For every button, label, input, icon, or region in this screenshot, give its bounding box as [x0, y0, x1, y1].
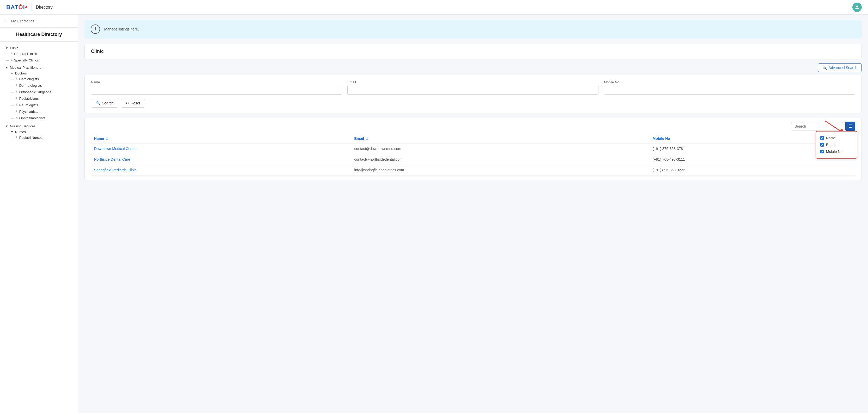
- tree-item-ophthalmologists[interactable]: └ Ophthalmologists: [14, 115, 76, 122]
- nursing-services-label: Nursing Services: [10, 124, 35, 128]
- cell-email-0: contact@downtownmed.com: [351, 143, 650, 154]
- email-field-group: Email: [347, 80, 598, 95]
- main-layout: ← My Directories Healthcare Directory ▼ …: [0, 14, 868, 413]
- tree-item-doctors[interactable]: ▼ Doctors └ Cardiologists: [9, 70, 76, 122]
- mobile-field-group: Mobile No: [604, 80, 855, 95]
- search-btn-icon: 🔍: [96, 101, 100, 105]
- medical-practitioners-label: Medical Practitioners: [10, 66, 41, 70]
- search-icon: 🔍: [823, 66, 827, 70]
- sort-name-icon: ⇵: [106, 137, 108, 141]
- tree-item-orthopedic-surgeons[interactable]: └ Orthopedic Surgeons: [14, 89, 76, 95]
- table-search-input[interactable]: [791, 122, 843, 131]
- mobile-input[interactable]: [604, 86, 855, 95]
- table-toolbar: ☰: [91, 122, 855, 131]
- tree-item-nursing-services[interactable]: ▼ Nursing Services ▼ Nurses: [4, 123, 76, 142]
- search-button[interactable]: 🔍 Search: [91, 99, 118, 108]
- my-directories-label: My Directories: [11, 19, 34, 23]
- section-title: Clinic: [91, 49, 855, 54]
- col-toggle-mobile[interactable]: Mobile No: [820, 148, 852, 155]
- cell-email-2: info@springfieldpediatrics.com: [351, 165, 650, 175]
- connector-icon: └: [16, 117, 18, 120]
- advanced-search-label: Advanced Search: [828, 66, 857, 70]
- expand-medical-icon: ▼: [5, 66, 8, 70]
- cell-name-0[interactable]: Downtown Medical Center: [91, 143, 351, 154]
- tree-item-psychiatrists[interactable]: └ Psychiatrists: [14, 108, 76, 115]
- reset-button[interactable]: ↻ Reset: [121, 99, 145, 108]
- column-toggle-button[interactable]: ☰: [845, 122, 855, 131]
- tree-item-pediatri-nurses[interactable]: └ Pediatri Nurses: [14, 134, 76, 141]
- specialty-clinics-label: Specialty Clinics: [14, 58, 39, 62]
- tree-item-neurologists[interactable]: └ Neurologists: [14, 102, 76, 108]
- column-toggle-dropdown: Name Email Mobile No: [816, 131, 857, 159]
- connector-icon: └: [10, 59, 12, 62]
- info-text: Manage listings here.: [104, 27, 139, 31]
- doctors-label: Doctors: [15, 71, 27, 75]
- section-title-card: Clinic: [85, 44, 862, 59]
- col-mobile-header-label: Mobile No: [653, 136, 670, 141]
- connector-icon: └: [16, 104, 18, 107]
- email-input[interactable]: [347, 86, 598, 95]
- connector-icon: └: [16, 84, 18, 87]
- col-toggle-email[interactable]: Email: [820, 141, 852, 148]
- reset-btn-label: Reset: [130, 101, 140, 105]
- col-header-name[interactable]: Name ⇵: [91, 134, 351, 143]
- col-mobile-label: Mobile No: [826, 149, 842, 153]
- adv-search-row: 🔍 Advanced Search: [85, 63, 862, 72]
- data-table: Name ⇵ Email ⇵ Mobile No Downtown M: [91, 134, 855, 175]
- advanced-search-button[interactable]: 🔍 Advanced Search: [818, 63, 862, 72]
- general-clinics-label: General Clinics: [14, 52, 37, 56]
- col-name-label: Name: [826, 136, 836, 140]
- col-header-email[interactable]: Email ⇵: [351, 134, 650, 143]
- expand-doctors-icon: ▼: [10, 72, 13, 75]
- cell-email-1: contact@northsidedental.com: [351, 154, 650, 165]
- search-btn-label: Search: [102, 101, 113, 105]
- connector-icon: └: [16, 91, 18, 94]
- tree-item-nurses[interactable]: ▼ Nurses └ Pediatri Nurses: [9, 129, 76, 142]
- search-form: Name Email Mobile No 🔍 Search: [85, 75, 862, 113]
- connector-icon: └: [16, 110, 18, 113]
- tree-item-general-clinics[interactable]: └ General Clinics: [9, 50, 76, 57]
- table-row: Springfield Pediatric Clinic info@spring…: [91, 165, 855, 175]
- cell-name-2[interactable]: Springfield Pediatric Clinic: [91, 165, 351, 175]
- tree-item-specialty-clinics[interactable]: └ Specialty Clinics: [9, 57, 76, 64]
- col-name-header-label: Name: [94, 136, 104, 141]
- expand-nursing-icon: ▼: [5, 125, 8, 128]
- col-mobile-checkbox[interactable]: [820, 150, 824, 153]
- svg-point-0: [856, 5, 858, 7]
- tree-item-clinic[interactable]: ▼ Clinic └ General Clinics └: [4, 45, 76, 64]
- table-area: ☰ Name Email Mobile No: [85, 117, 862, 180]
- button-row: 🔍 Search ↻ Reset: [91, 99, 855, 108]
- col-toggle-name[interactable]: Name: [820, 135, 852, 141]
- connector-icon: └: [16, 78, 18, 81]
- my-directories-nav[interactable]: ← My Directories: [0, 14, 78, 28]
- directory-tree: ▼ Clinic └ General Clinics └: [0, 42, 78, 145]
- app-header: BATÓI Directory: [0, 0, 868, 14]
- header-title: Directory: [36, 5, 53, 10]
- header-left: BATÓI Directory: [6, 4, 53, 11]
- col-email-label: Email: [826, 143, 835, 147]
- col-name-checkbox[interactable]: [820, 136, 824, 140]
- tree-item-cardiologists[interactable]: └ Cardiologists: [14, 76, 76, 82]
- email-label: Email: [347, 80, 598, 84]
- tree-item-dermatologists[interactable]: └ Dermatologists: [14, 82, 76, 89]
- expand-clinic-icon: ▼: [5, 46, 8, 50]
- sort-email-icon: ⇵: [366, 137, 369, 141]
- tree-item-medical-practitioners[interactable]: ▼ Medical Practitioners ▼ Doctors: [4, 64, 76, 123]
- back-icon: ←: [4, 18, 9, 24]
- info-banner: i Manage listings here.: [85, 20, 862, 38]
- col-email-checkbox[interactable]: [820, 143, 824, 147]
- name-field-group: Name: [91, 80, 342, 95]
- sidebar: ← My Directories Healthcare Directory ▼ …: [0, 14, 78, 413]
- sidebar-directory-title: Healthcare Directory: [0, 28, 78, 42]
- tree-item-pediatricians[interactable]: └ Pediatricians: [14, 95, 76, 102]
- connector-icon: └: [16, 136, 18, 139]
- mobile-label: Mobile No: [604, 80, 855, 84]
- table-header-row: Name ⇵ Email ⇵ Mobile No: [91, 134, 855, 143]
- connector-icon: └: [10, 53, 12, 56]
- avatar[interactable]: [852, 3, 862, 12]
- cell-name-1[interactable]: Northside Dental Care: [91, 154, 351, 165]
- col-email-header-label: Email: [354, 136, 364, 141]
- name-input[interactable]: [91, 86, 342, 95]
- cell-mobile-2: (+91) 896-358-3222: [650, 165, 855, 175]
- connector-icon: └: [16, 97, 18, 100]
